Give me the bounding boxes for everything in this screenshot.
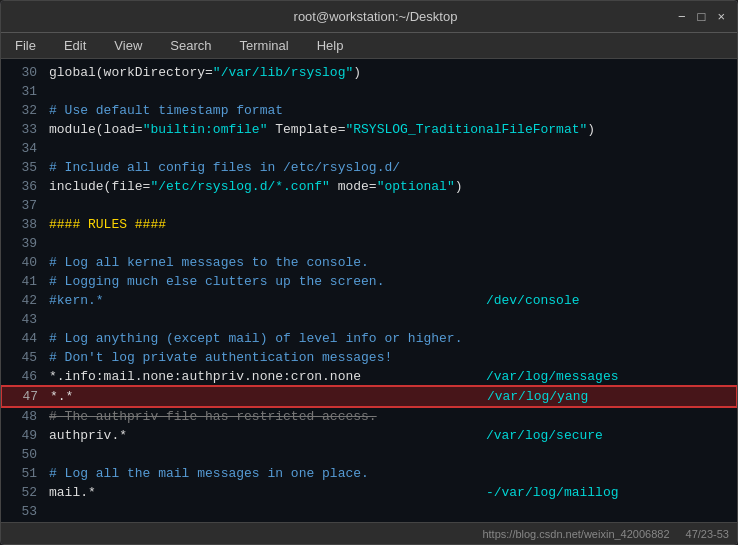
status-bar: https://blog.csdn.net/weixin_42006882 47… (1, 522, 737, 544)
code-line-38: 38 #### RULES #### (1, 215, 737, 234)
minimize-button[interactable]: − (678, 9, 686, 24)
menu-search[interactable]: Search (164, 36, 217, 55)
code-line-43: 43 (1, 310, 737, 329)
code-area: 30 global(workDirectory="/var/lib/rsyslo… (1, 63, 737, 522)
status-position: 47/23-53 (686, 528, 729, 540)
code-line-36: 36 include(file="/etc/rsyslog.d/*.conf" … (1, 177, 737, 196)
menu-file[interactable]: File (9, 36, 42, 55)
code-line-41: 41 # Logging much else clutters up the s… (1, 272, 737, 291)
menu-bar: File Edit View Search Terminal Help (1, 33, 737, 59)
close-button[interactable]: × (717, 9, 725, 24)
code-line-44: 44 # Log anything (except mail) of level… (1, 329, 737, 348)
menu-view[interactable]: View (108, 36, 148, 55)
code-line-33: 33 module(load="builtin:omfile" Template… (1, 120, 737, 139)
status-url: https://blog.csdn.net/weixin_42006882 (482, 528, 669, 540)
code-line-54: 54 (1, 521, 737, 522)
code-line-46: 46 *.info:mail.none:authpriv.none:cron.n… (1, 367, 737, 386)
code-line-53: 53 (1, 502, 737, 521)
title-bar: root@workstation:~/Desktop − □ × (1, 1, 737, 33)
menu-edit[interactable]: Edit (58, 36, 92, 55)
menu-help[interactable]: Help (311, 36, 350, 55)
terminal-window: root@workstation:~/Desktop − □ × File Ed… (0, 0, 738, 545)
code-line-50: 50 (1, 445, 737, 464)
code-line-47: 47 *.* /var/log/yang (1, 386, 737, 407)
code-line-37: 37 (1, 196, 737, 215)
code-line-30: 30 global(workDirectory="/var/lib/rsyslo… (1, 63, 737, 82)
window-controls[interactable]: − □ × (678, 9, 725, 24)
code-line-34: 34 (1, 139, 737, 158)
code-line-42: 42 #kern.* /dev/console (1, 291, 737, 310)
maximize-button[interactable]: □ (698, 9, 706, 24)
code-line-48: 48 # The authpriv file has restricted ac… (1, 407, 737, 426)
code-line-51: 51 # Log all the mail messages in one pl… (1, 464, 737, 483)
code-line-32: 32 # Use default timestamp format (1, 101, 737, 120)
code-line-31: 31 (1, 82, 737, 101)
code-line-45: 45 # Don't log private authentication me… (1, 348, 737, 367)
code-line-52: 52 mail.* -/var/log/maillog (1, 483, 737, 502)
code-line-49: 49 authpriv.* /var/log/secure (1, 426, 737, 445)
menu-terminal[interactable]: Terminal (234, 36, 295, 55)
code-line-40: 40 # Log all kernel messages to the cons… (1, 253, 737, 272)
code-line-35: 35 # Include all config files in /etc/rs… (1, 158, 737, 177)
code-content: 30 global(workDirectory="/var/lib/rsyslo… (1, 59, 737, 522)
code-line-39: 39 (1, 234, 737, 253)
window-title: root@workstation:~/Desktop (73, 9, 678, 24)
